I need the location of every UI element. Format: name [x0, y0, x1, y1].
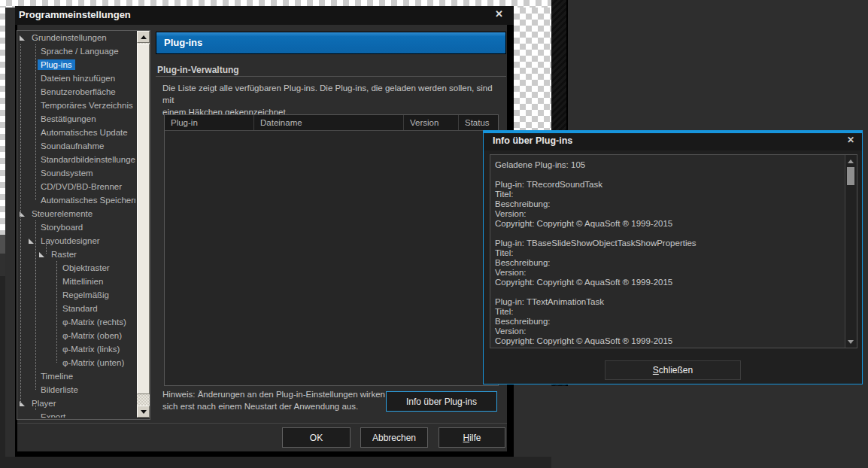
info-text-line: Version:: [495, 327, 845, 336]
transparency-checker-left: [0, 8, 5, 235]
scroll-up-button[interactable]: [845, 156, 856, 166]
info-text-line: Titel:: [495, 190, 845, 199]
close-info-button-label: Schließen: [653, 365, 693, 375]
tree-item-label: Steuerelemente: [29, 208, 96, 219]
tree-item-label: Dateien hinzufügen: [38, 73, 118, 84]
background-window-fragment: [0, 276, 5, 457]
tree-item-label: Benutzeroberfläche: [38, 87, 119, 97]
help-button-label: Hilfe: [463, 433, 481, 443]
settings-dialog-title: Programmeinstellungen: [19, 9, 131, 20]
table-header-row: Plug-inDateinameVersionStatus: [165, 115, 498, 131]
arrow-down-icon: [848, 340, 854, 344]
restart-hint-line: Hinweis: Änderungen an den Plug-in-Einst…: [162, 388, 396, 400]
transparency-checker-right: [514, 8, 551, 133]
tree-item-label: CD/DVD/BD-Brenner: [38, 181, 125, 192]
info-about-plugins-button[interactable]: Info über Plug-ins: [386, 391, 497, 412]
info-text-line: Plug-in: TBaseSlideShowObjectTaskShowPro…: [495, 239, 845, 248]
settings-dialog: Programmeinstellungen ✕ Grundeinstellung…: [15, 6, 514, 457]
tree-item-label: Layoutdesigner: [38, 236, 103, 246]
arrow-down-icon: [141, 410, 147, 414]
plugin-table[interactable]: Plug-inDateinameVersionStatus: [164, 114, 499, 386]
expander-icon[interactable]: [29, 239, 34, 244]
tree-item-label: Storyboard: [38, 222, 86, 232]
arrow-up-icon: [141, 35, 147, 39]
scrollbar-thumb[interactable]: [847, 167, 854, 185]
page-title: Plug-ins: [164, 37, 202, 48]
tree-item-export[interactable]: Export: [17, 410, 135, 418]
section-divider: [156, 76, 506, 77]
column-header-plug-in[interactable]: Plug-in: [165, 115, 254, 130]
tree-item-grundeinstellungen[interactable]: Grundeinstellungen: [17, 31, 135, 44]
close-info-button[interactable]: Schließen: [605, 360, 741, 380]
settings-tree: GrundeinstellungenSprache / LanguagePlug…: [17, 30, 150, 420]
info-text-line: Plug-in: TRecordSoundTask: [495, 180, 845, 190]
desktop: { "colors": { "banner_blue": "#0d6db5", …: [0, 0, 868, 468]
info-text-line: Version:: [495, 209, 845, 219]
background-strip: [0, 457, 551, 468]
tree-item-label: Grundeinstellungen: [29, 32, 110, 43]
ok-button[interactable]: OK: [282, 427, 351, 448]
tree-item-label: Plug-ins: [38, 59, 75, 70]
plugin-description: Die Liste zeigt alle verfügbaren Plug-in…: [162, 82, 501, 118]
column-header-version[interactable]: Version: [404, 115, 459, 130]
tree-guide-line: [46, 241, 47, 254]
info-text-line: [495, 170, 845, 180]
info-scrollbar[interactable]: [845, 155, 857, 348]
info-text-line: Beschreibung:: [495, 317, 845, 327]
tree-item-label: φ-Matrix (links): [59, 344, 123, 354]
scroll-up-button[interactable]: [137, 31, 150, 43]
restart-hint-line: sich erst nach einem Neustart der Anwend…: [162, 400, 396, 412]
tree-item-label: Mittellinien: [59, 276, 106, 287]
scroll-down-button[interactable]: [845, 336, 856, 347]
tree-item-label: Standardbildeinstellungen: [38, 154, 135, 165]
close-icon[interactable]: ✕: [847, 135, 854, 145]
tree-item-label: φ-Matrix (rechts): [59, 317, 129, 327]
section-title: Plug-in-Verwaltung: [157, 65, 239, 75]
tree-guide-line: [35, 403, 36, 410]
close-icon[interactable]: ✕: [495, 8, 503, 20]
tree-item-label: Automatisches Speichern: [38, 195, 135, 205]
tree-item-label: Regelmäßig: [59, 290, 112, 300]
tree-item-label: Player: [29, 398, 59, 409]
info-text-line: Version:: [495, 268, 845, 278]
expander-icon[interactable]: [20, 35, 25, 41]
plugin-info-textbox[interactable]: Geladene Plug-ins: 105 Plug-in: TRecordS…: [490, 154, 857, 348]
tree-item-label: φ-Matrix (unten): [59, 357, 127, 368]
tree-item-label: Sprache / Language: [38, 46, 122, 56]
tree-guide-line: [35, 220, 36, 390]
info-text-line: Copyright: Copyright © AquaSoft ® 1999-2…: [495, 219, 845, 229]
tree-item-label: φ-Matrix (oben): [59, 330, 125, 341]
column-header-dateiname[interactable]: Dateiname: [254, 115, 404, 130]
footer-divider: [17, 423, 507, 424]
help-button[interactable]: Hilfe: [439, 427, 505, 448]
info-text-line: Geladene Plug-ins: 105: [495, 160, 845, 170]
info-text-line: Beschreibung:: [495, 199, 845, 209]
info-text-line: [495, 287, 845, 297]
tree-item-label: Timeline: [38, 371, 76, 381]
tree-item-label: Soundaufnahme: [38, 141, 107, 151]
tree-item-label: Automatisches Update: [38, 127, 131, 138]
restart-hint: Hinweis: Änderungen an den Plug-in-Einst…: [162, 388, 396, 412]
info-dialog-titlebar[interactable]: Info über Plug-ins ✕: [484, 133, 862, 150]
tree-item-label: Temporäres Verzeichnis: [38, 100, 135, 111]
expander-icon[interactable]: [39, 252, 44, 257]
info-plugins-dialog: Info über Plug-ins ✕ Geladene Plug-ins: …: [483, 130, 863, 384]
info-dialog-title: Info über Plug-ins: [493, 135, 572, 146]
plugin-description-line: Die Liste zeigt alle verfügbaren Plug-in…: [162, 82, 501, 106]
tree-guide-line: [20, 44, 21, 403]
background-window-fragment: [0, 235, 5, 254]
info-text-line: Titel:: [495, 307, 845, 317]
tree-item-label: Export: [38, 412, 68, 418]
cancel-button[interactable]: Abbrechen: [360, 427, 428, 448]
scroll-down-button[interactable]: [137, 406, 150, 418]
info-text-line: Copyright: Copyright © AquaSoft ® 1999-2…: [495, 278, 845, 287]
tree-item-steuerelemente[interactable]: Steuerelemente: [17, 207, 135, 220]
tree-item-label: Standard: [59, 303, 101, 314]
column-header-status[interactable]: Status: [459, 115, 498, 130]
tree-scrollbar[interactable]: [137, 31, 150, 418]
info-text-line: Copyright: Copyright © AquaSoft ® 1999-2…: [495, 336, 845, 346]
settings-dialog-titlebar[interactable]: Programmeinstellungen ✕: [15, 6, 514, 25]
scrollbar-thumb[interactable]: [137, 44, 150, 394]
tree-item-label: Soundsystem: [38, 168, 96, 178]
tree-item-label: Objektraster: [59, 263, 113, 273]
